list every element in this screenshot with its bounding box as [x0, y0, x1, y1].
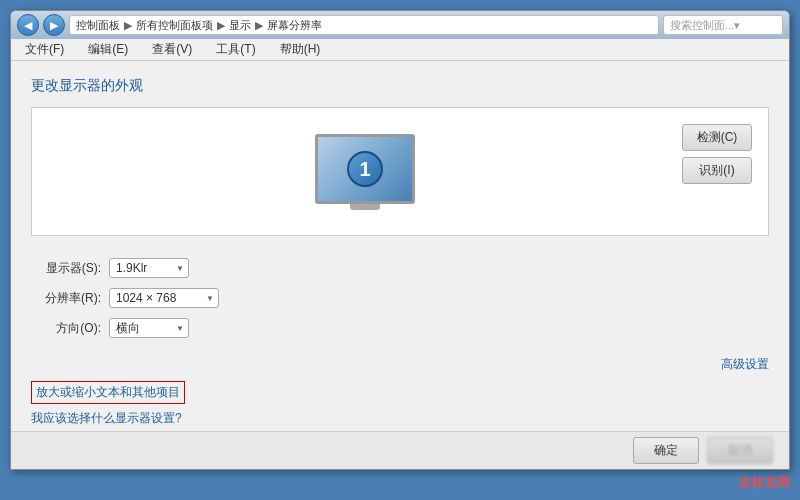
- orientation-row: 方向(O): 横向: [31, 318, 769, 338]
- orientation-dropdown[interactable]: 横向: [109, 318, 189, 338]
- zoom-link[interactable]: 放大或缩小文本和其他项目: [36, 385, 180, 399]
- monitor-buttons: 检测(C) 识别(I): [682, 124, 752, 184]
- cancel-label: 取消: [728, 443, 752, 457]
- menu-edit[interactable]: 编辑(E): [84, 39, 132, 60]
- back-button[interactable]: ◀: [17, 14, 39, 36]
- monitor-preview: 1: [48, 124, 682, 219]
- watermark: 吉林龙网: [738, 474, 790, 492]
- search-placeholder: 搜索控制面...▾: [670, 18, 740, 33]
- breadcrumb: 控制面板 ▶ 所有控制面板项 ▶ 显示 ▶ 屏幕分辨率: [69, 15, 659, 35]
- resolution-dropdown[interactable]: 1024 × 768: [109, 288, 219, 308]
- title-nav: ◀ ▶ 控制面板 ▶ 所有控制面板项 ▶ 显示 ▶ 屏幕分辨率 搜索控制面...…: [17, 14, 783, 36]
- breadcrumb-sep-1: ▶: [124, 19, 132, 32]
- monitor-icon: 1: [315, 134, 415, 209]
- breadcrumb-item-1[interactable]: 控制面板: [76, 18, 120, 33]
- breadcrumb-sep-2: ▶: [217, 19, 225, 32]
- orientation-dropdown-wrapper: 横向: [109, 318, 189, 338]
- display-dropdown[interactable]: 1.9Klr: [109, 258, 189, 278]
- menu-file[interactable]: 文件(F): [21, 39, 68, 60]
- monitor-number: 1: [359, 158, 370, 181]
- page-title: 更改显示器的外观: [31, 77, 769, 95]
- display-control: 1.9Klr: [109, 258, 189, 278]
- resolution-control: 1024 × 768: [109, 288, 219, 308]
- menu-view[interactable]: 查看(V): [148, 39, 196, 60]
- advanced-link[interactable]: 高级设置: [721, 357, 769, 371]
- recommend-link[interactable]: 我应该选择什么显示器设置?: [31, 411, 182, 425]
- title-bar: ◀ ▶ 控制面板 ▶ 所有控制面板项 ▶ 显示 ▶ 屏幕分辨率 搜索控制面...…: [11, 11, 789, 39]
- display-dropdown-wrapper: 1.9Klr: [109, 258, 189, 278]
- zoom-link-area: 放大或缩小文本和其他项目: [31, 381, 769, 404]
- menu-bar: 文件(F) 编辑(E) 查看(V) 工具(T) 帮助(H): [11, 39, 789, 61]
- recommend-link-area: 我应该选择什么显示器设置?: [31, 410, 769, 427]
- cancel-button[interactable]: 取消: [707, 437, 773, 464]
- detect-button[interactable]: 检测(C): [682, 124, 752, 151]
- orientation-label: 方向(O):: [31, 320, 101, 337]
- menu-tools[interactable]: 工具(T): [212, 39, 259, 60]
- settings-area: 显示器(S): 1.9Klr 分辨率(R): 1024 × 768: [31, 250, 769, 356]
- resolution-row: 分辨率(R): 1024 × 768: [31, 288, 769, 308]
- back-icon: ◀: [24, 19, 32, 32]
- advanced-link-area: 高级设置: [31, 356, 769, 373]
- button-bar: 确定 取消: [11, 431, 789, 469]
- breadcrumb-item-3[interactable]: 显示: [229, 18, 251, 33]
- resolution-label: 分辨率(R):: [31, 290, 101, 307]
- display-row: 显示器(S): 1.9Klr: [31, 258, 769, 278]
- monitor-screen: 1: [315, 134, 415, 204]
- content-area: 更改显示器的外观 1 检测(C) 识别(I): [11, 61, 789, 431]
- identify-button[interactable]: 识别(I): [682, 157, 752, 184]
- breadcrumb-item-4[interactable]: 屏幕分辨率: [267, 18, 322, 33]
- forward-icon: ▶: [50, 19, 58, 32]
- display-label: 显示器(S):: [31, 260, 101, 277]
- zoom-link-highlight: 放大或缩小文本和其他项目: [31, 381, 185, 404]
- main-window: ◀ ▶ 控制面板 ▶ 所有控制面板项 ▶ 显示 ▶ 屏幕分辨率 搜索控制面...…: [10, 10, 790, 470]
- monitor-number-badge: 1: [347, 151, 383, 187]
- search-box[interactable]: 搜索控制面...▾: [663, 15, 783, 35]
- monitor-panel: 1 检测(C) 识别(I): [31, 107, 769, 236]
- orientation-control: 横向: [109, 318, 189, 338]
- forward-button[interactable]: ▶: [43, 14, 65, 36]
- monitor-stand: [350, 204, 380, 210]
- ok-button[interactable]: 确定: [633, 437, 699, 464]
- resolution-dropdown-wrapper: 1024 × 768: [109, 288, 219, 308]
- breadcrumb-item-2[interactable]: 所有控制面板项: [136, 18, 213, 33]
- breadcrumb-sep-3: ▶: [255, 19, 263, 32]
- menu-help[interactable]: 帮助(H): [276, 39, 325, 60]
